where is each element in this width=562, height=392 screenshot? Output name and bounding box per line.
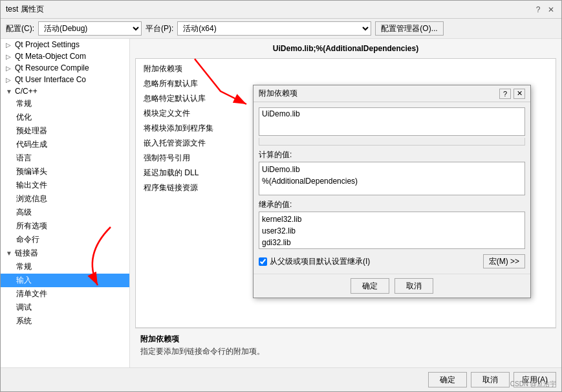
computed-label: 计算的值:: [259, 149, 525, 160]
modal-inherited-section: 继承的值: kernel32.lib user32.lib gdi32.lib …: [259, 199, 525, 249]
tree-item-qt-ui[interactable]: ▷ Qt User Interface Co: [1, 74, 129, 85]
tree-item-linker-input[interactable]: 输入: [1, 274, 129, 287]
tree-item-all-options[interactable]: 所有选项: [1, 219, 129, 233]
tree-item-manifest[interactable]: 清单文件: [1, 287, 129, 301]
tree-item-precompile[interactable]: 预编译头: [1, 165, 129, 179]
platform-label: 平台(P):: [146, 23, 173, 34]
menu-item-additional-deps[interactable]: 附加依赖项: [136, 61, 556, 76]
modal-title: 附加依赖项: [259, 88, 297, 99]
config-select[interactable]: 活动(Debug): [38, 21, 142, 36]
inherited-scrollbox[interactable]: kernel32.lib user32.lib gdi32.lib winspn…: [259, 212, 525, 249]
expand-arrow: ▼: [6, 250, 12, 257]
inherited-item-2: gdi32.lib: [262, 237, 522, 248]
description-area: 附加依赖项 指定要添加到链接命令行的附加项。: [135, 328, 556, 362]
tree-item-qt-meta[interactable]: ▷ Qt Meta-Object Com: [1, 50, 129, 62]
tree-item-preprocessor[interactable]: 预处理器: [1, 124, 129, 138]
modal-body: UiDemo.lib 计算的值: UiDemo.lib %(Additional…: [254, 102, 530, 274]
expand-arrow: ▷: [6, 65, 12, 72]
description-text: 指定要添加到链接命令行的附加项。: [140, 346, 551, 357]
expand-arrow: ▷: [6, 76, 12, 83]
title-bar: test 属性页 ? ✕: [1, 1, 561, 19]
modal-input-textarea[interactable]: UiDemo.lib: [259, 107, 525, 136]
right-panel-header: UiDemo.lib;%(AdditionalDependencies): [135, 44, 556, 53]
main-window: test 属性页 ? ✕ 配置(C): 活动(Debug) 平台(P): 活动(…: [0, 0, 562, 392]
platform-select[interactable]: 活动(x64): [177, 21, 371, 36]
inherit-checkbox-label[interactable]: 从父级或项目默认设置继承(I): [259, 256, 370, 267]
expand-arrow: ▷: [6, 41, 12, 49]
tree-item-codegen[interactable]: 代码生成: [1, 138, 129, 151]
inherit-checkbox[interactable]: [259, 257, 267, 266]
modal-cancel-button[interactable]: 取消: [394, 278, 433, 294]
toolbar-row: 配置(C): 活动(Debug) 平台(P): 活动(x64) 配置管理器(O)…: [1, 19, 561, 39]
help-button[interactable]: ?: [533, 5, 543, 15]
tree-item-output[interactable]: 输出文件: [1, 179, 129, 192]
tree-item-optimize[interactable]: 优化: [1, 111, 129, 124]
config-label: 配置(C):: [6, 23, 34, 34]
tree-item-qt-project[interactable]: ▷ Qt Project Settings: [1, 39, 129, 50]
modal-title-bar: 附加依赖项 ? ✕: [254, 85, 530, 102]
tree-item-cmdline[interactable]: 命令行: [1, 233, 129, 246]
macro-button[interactable]: 宏(M) >>: [483, 254, 525, 268]
modal-checkbox-row: 从父级或项目默认设置继承(I) 宏(M) >>: [259, 254, 525, 268]
ok-button[interactable]: 确定: [428, 372, 467, 387]
tree-item-cpp[interactable]: ▼ C/C++: [1, 85, 129, 97]
computed-item-0: UiDemo.lib: [262, 164, 522, 175]
tree-item-debug[interactable]: 调试: [1, 301, 129, 314]
modal-input-section: UiDemo.lib: [259, 107, 525, 146]
modal-close-btn[interactable]: ✕: [513, 89, 525, 99]
tree-item-system[interactable]: 系统: [1, 314, 129, 328]
modal-help-btn[interactable]: ?: [499, 89, 511, 99]
window-title: test 属性页: [6, 4, 44, 15]
tree-item-general1[interactable]: 常规: [1, 97, 129, 111]
expand-arrow: ▼: [6, 88, 12, 95]
tree-item-linker-general[interactable]: 常规: [1, 260, 129, 274]
config-manager-button[interactable]: 配置管理器(O)...: [375, 21, 443, 36]
inherited-item-0: kernel32.lib: [262, 213, 522, 225]
tree-item-qt-resource[interactable]: ▷ Qt Resource Compile: [1, 62, 129, 74]
cancel-button[interactable]: 取消: [471, 372, 510, 387]
modal-title-buttons: ? ✕: [499, 89, 525, 99]
modal-computed-section: 计算的值: UiDemo.lib %(AdditionalDependencie…: [259, 149, 525, 195]
computed-item-1: %(AdditionalDependencies): [262, 175, 522, 187]
modal-ok-button[interactable]: 确定: [351, 278, 389, 294]
modal-bottom-bar: 确定 取消: [254, 274, 530, 298]
inherited-item-1: user32.lib: [262, 225, 522, 237]
title-bar-buttons: ? ✕: [533, 5, 556, 15]
inherited-label: 继承的值:: [259, 199, 525, 210]
watermark: CSDN @豆浩宇: [510, 380, 556, 389]
expand-arrow: ▷: [6, 53, 12, 60]
tree-item-linker[interactable]: ▼ 链接器: [1, 246, 129, 260]
bottom-bar: 确定 取消 应用(A): [1, 367, 561, 391]
tree-item-browse[interactable]: 浏览信息: [1, 192, 129, 206]
inherited-item-3: winspnool.lib: [262, 248, 522, 249]
modal-dialog: 附加依赖项 ? ✕ UiDemo.lib 计算的值:: [253, 85, 531, 298]
left-panel: ▷ Qt Project Settings ▷ Qt Meta-Object C…: [1, 39, 130, 367]
computed-scrollbox[interactable]: UiDemo.lib %(AdditionalDependencies): [259, 162, 525, 195]
tree-item-advanced[interactable]: 高级: [1, 206, 129, 219]
description-title: 附加依赖项: [140, 334, 551, 345]
close-button[interactable]: ✕: [546, 5, 556, 15]
tree-item-language[interactable]: 语言: [1, 151, 129, 165]
